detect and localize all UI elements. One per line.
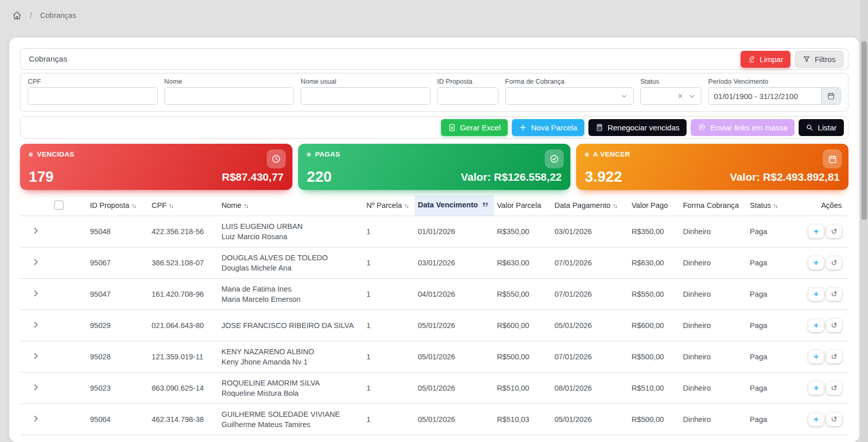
cell-forma: Dinheiro: [680, 216, 747, 247]
table-row-partial: [20, 435, 848, 439]
periodo-vencimento-input[interactable]: [709, 88, 821, 104]
cell-forma: Dinheiro: [680, 310, 747, 341]
add-parcela-button[interactable]: +: [808, 225, 824, 238]
cell-cpf: 462.314.798-38: [149, 403, 218, 435]
expand-row-icon[interactable]: [31, 383, 40, 392]
cell-nome: DOUGLAS ALVES DE TOLEDODouglas Michele A…: [218, 247, 363, 278]
cell-status: Paga: [747, 247, 798, 278]
status-field: Status: [640, 78, 701, 105]
nome-input[interactable]: [164, 87, 294, 105]
cell-valor-pago: R$550,00: [629, 278, 680, 310]
cell-forma: Dinheiro: [680, 372, 747, 403]
cobrancas-table: ID Proposta↑↓ CPF↑↓ Nome↑↓ Nº Parcela↑↓ …: [20, 195, 848, 439]
filter-header: Cobranças Limpar Filtros: [20, 48, 848, 70]
vertical-scrollbar[interactable]: [860, 0, 868, 442]
cell-vencimento: 05/01/2026: [415, 310, 494, 341]
col-n-parcela[interactable]: Nº Parcela↑↓: [363, 195, 415, 216]
cell-pagamento: 07/01/2026: [551, 278, 629, 310]
clear-filters-button[interactable]: Limpar: [741, 51, 790, 68]
history-button[interactable]: ↺: [826, 381, 842, 395]
history-button[interactable]: ↺: [826, 225, 842, 238]
history-button[interactable]: ↺: [826, 256, 842, 270]
history-button[interactable]: ↺: [826, 413, 842, 426]
enviar-links-button[interactable]: Enviar links em massa: [691, 119, 795, 136]
nova-parcela-button[interactable]: Nova Parcela: [512, 119, 584, 136]
cell-parcela: 1: [363, 278, 415, 310]
cell-cpf: 021.064.643-80: [149, 310, 218, 341]
home-icon[interactable]: [12, 11, 22, 20]
cell-cpf: 863.090.625-14: [149, 372, 218, 403]
expand-row-icon[interactable]: [31, 352, 40, 360]
bullet-dot: [307, 152, 311, 157]
table-row: 95048 422.356.218-56 LUIS EUGENIO URBANL…: [20, 216, 848, 247]
col-data-pagamento[interactable]: Data Pagamento↑↓: [551, 195, 629, 216]
expand-row-icon[interactable]: [31, 289, 40, 298]
cell-valor-pago: R$500,00: [629, 403, 680, 435]
col-status[interactable]: Status↑↓: [747, 195, 798, 216]
sort-icon: ↑↓: [613, 202, 617, 209]
scrollbar-thumb[interactable]: [861, 41, 867, 220]
cell-cpf: 386.523.108-07: [149, 247, 218, 278]
status-select[interactable]: [640, 87, 701, 105]
col-nome[interactable]: Nome↑↓: [218, 195, 363, 216]
add-parcela-button[interactable]: +: [808, 381, 824, 395]
add-parcela-button[interactable]: +: [808, 319, 824, 332]
cell-pagamento: 07/01/2026: [551, 341, 629, 372]
expand-row-icon[interactable]: [31, 226, 40, 235]
cell-vencimento: 05/01/2026: [415, 341, 494, 372]
add-parcela-button[interactable]: +: [808, 287, 824, 301]
cell-cpf: 121.359.019-11: [149, 341, 218, 372]
cell-vencimento: 01/01/2026: [415, 216, 494, 247]
cell-id-proposta: 95029: [87, 310, 149, 341]
check-circle-icon: [545, 149, 564, 168]
cell-pagamento: 07/01/2026: [551, 247, 629, 278]
col-cpf[interactable]: CPF↑↓: [149, 195, 218, 216]
nome-usual-input[interactable]: [301, 87, 431, 105]
cell-valor-pago: R$630,00: [629, 247, 680, 278]
add-parcela-button[interactable]: +: [808, 256, 824, 270]
cell-cpf: 161.420.708-96: [149, 278, 218, 310]
col-forma-cobranca[interactable]: Forma Cobrança: [680, 195, 747, 216]
sort-icon: ↑↓: [773, 202, 777, 209]
chevron-down-icon: [688, 92, 696, 100]
renegociar-vencidas-button[interactable]: Renegociar vencidas: [588, 119, 687, 136]
cell-valor-parcela: R$630,00: [494, 247, 551, 278]
add-parcela-button[interactable]: +: [808, 350, 824, 363]
listar-button[interactable]: Listar: [799, 119, 844, 136]
history-button[interactable]: ↺: [826, 287, 842, 301]
cell-pagamento: 05/01/2026: [551, 403, 629, 435]
table-row: 95023 863.090.625-14 ROQUELINE AMORIM SI…: [20, 372, 848, 403]
cell-status: Paga: [747, 278, 798, 310]
cpf-input[interactable]: [28, 87, 158, 105]
col-valor-pago[interactable]: Valor Pago: [629, 195, 680, 216]
add-parcela-button[interactable]: +: [808, 413, 824, 426]
cell-valor-pago: R$350,00: [629, 216, 680, 247]
id-proposta-input[interactable]: [437, 87, 498, 105]
card-vencidas[interactable]: VENCIDAS 179 R$87.430,77: [20, 144, 292, 190]
select-all-checkbox[interactable]: [54, 200, 64, 210]
forma-cobranca-select[interactable]: [505, 87, 634, 105]
col-id-proposta[interactable]: ID Proposta↑↓: [87, 195, 149, 216]
col-data-vencimento[interactable]: Data Vencimento: [415, 195, 494, 216]
cell-status: Paga: [747, 310, 798, 341]
cell-parcela: 1: [363, 372, 415, 403]
card-value: Valor: R$2.493.892,81: [730, 171, 840, 183]
sort-asc-icon: [482, 202, 489, 209]
expand-row-icon[interactable]: [31, 414, 40, 423]
clear-icon[interactable]: [677, 92, 684, 100]
expand-row-icon[interactable]: [31, 258, 40, 266]
card-a-vencer[interactable]: A VENCER 3.922 Valor: R$2.493.892,81: [576, 144, 848, 190]
sort-icon: ↑↓: [244, 202, 248, 209]
col-valor-parcela[interactable]: Valor Parcela: [494, 195, 551, 216]
cell-parcela: 1: [363, 341, 415, 372]
calendar-button[interactable]: [821, 88, 840, 104]
bullet-dot: [29, 152, 33, 157]
card-pagas[interactable]: PAGAS 220 Valor: R$126.558,22: [298, 144, 570, 190]
filters-button[interactable]: Filtros: [795, 51, 843, 68]
gerar-excel-button[interactable]: Gerar Excel: [441, 119, 508, 136]
history-button[interactable]: ↺: [826, 319, 842, 332]
history-button[interactable]: ↺: [826, 350, 842, 363]
content-card: Cobranças Limpar Filtros CPF Nome Nome u…: [9, 37, 859, 442]
expand-row-icon[interactable]: [31, 320, 40, 329]
cell-forma: Dinheiro: [680, 278, 747, 310]
